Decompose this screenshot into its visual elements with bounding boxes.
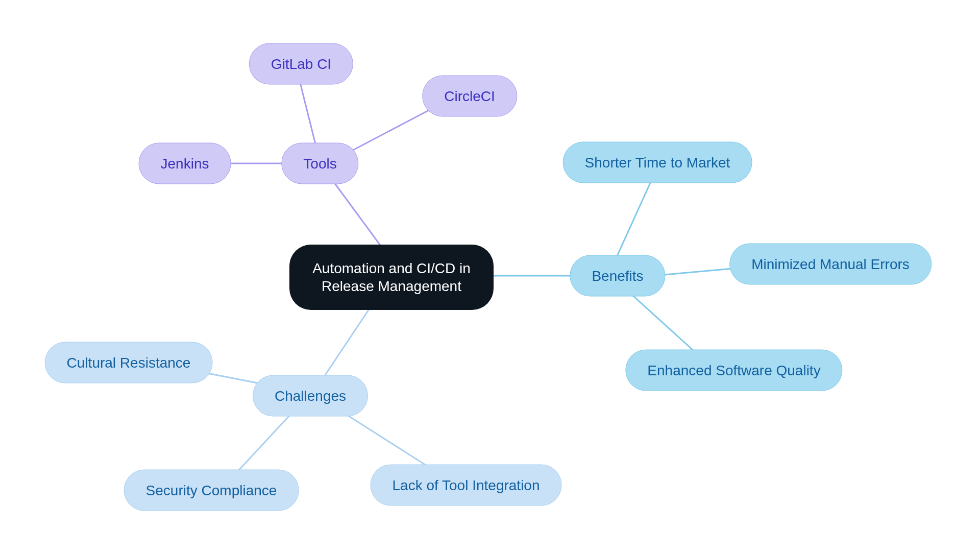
branch-challenges[interactable]: Challenges [253, 375, 368, 417]
leaf-security-compliance[interactable]: Security Compliance [124, 470, 299, 511]
leaf-enhanced-quality[interactable]: Enhanced Software Quality [625, 350, 842, 391]
svg-line-5 [615, 176, 653, 260]
leaf-gitlab-ci[interactable]: GitLab CI [249, 43, 353, 85]
svg-line-2 [299, 77, 316, 148]
branch-benefits[interactable]: Benefits [570, 255, 665, 297]
leaf-cultural-resistance[interactable]: Cultural Resistance [45, 342, 213, 383]
leaf-lack-tool-integration[interactable]: Lack of Tool Integration [370, 465, 561, 506]
leaf-shorter-ttm[interactable]: Shorter Time to Market [563, 142, 752, 183]
center-node[interactable]: Automation and CI/CD in Release Manageme… [289, 245, 494, 310]
mindmap-canvas: Automation and CI/CD in Release Manageme… [0, 0, 980, 553]
leaf-circleci[interactable]: CircleCI [422, 76, 517, 117]
leaf-minimized-errors[interactable]: Minimized Manual Errors [729, 244, 932, 285]
leaf-jenkins[interactable]: Jenkins [139, 143, 231, 184]
branch-tools[interactable]: Tools [281, 143, 358, 184]
svg-line-8 [316, 296, 378, 388]
